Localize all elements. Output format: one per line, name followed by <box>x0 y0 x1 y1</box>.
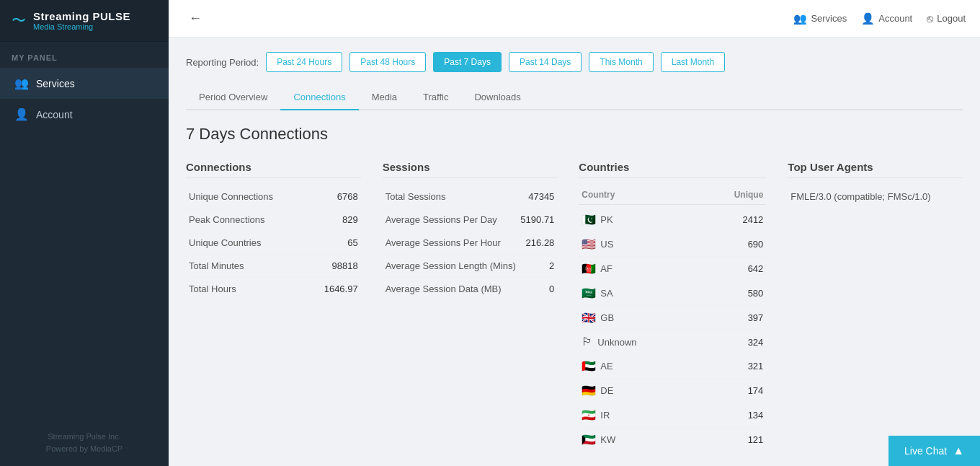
country-col-label: Country <box>582 190 615 200</box>
sidebar-logo-title: Streaming PULSE <box>33 10 130 22</box>
country-flag: 🇮🇷 <box>582 408 596 422</box>
country-flag: 🇺🇸 <box>582 237 596 251</box>
sidebar-footer-line2: Powered by MediaCP <box>12 443 157 456</box>
stat-value: 98818 <box>332 260 358 271</box>
country-left: 🇵🇰PK <box>582 213 612 227</box>
tab-connections[interactable]: Connections <box>280 85 358 110</box>
session-row: Average Session Data (MB)0 <box>383 278 558 300</box>
period-48h[interactable]: Past 48 Hours <box>349 52 426 72</box>
country-unique: 642 <box>748 263 764 274</box>
country-code: AE <box>600 361 612 372</box>
country-unique: 321 <box>748 361 764 372</box>
countries-title: Countries <box>579 161 766 178</box>
topbar-account-label: Account <box>878 13 912 24</box>
stat-label: Average Sessions Per Day <box>386 214 497 225</box>
connection-row: Unique Connections6768 <box>186 185 361 208</box>
stat-value: 6768 <box>337 191 358 202</box>
topbar-services-label: Services <box>811 13 847 24</box>
stat-label: Total Minutes <box>189 260 244 271</box>
country-row: 🇸🇦SA580 <box>579 281 766 306</box>
country-unique: 2412 <box>742 214 763 225</box>
services-icon: 👥 <box>14 76 29 90</box>
period-last-month[interactable]: Last Month <box>661 52 725 72</box>
country-left: 🇬🇧GB <box>582 311 614 325</box>
countries-section: Countries Country Unique 🇵🇰PK2412🇺🇸US690… <box>579 161 766 452</box>
sidebar-logo-subtitle: Media Streaming <box>33 22 130 31</box>
period-7d[interactable]: Past 7 Days <box>433 52 502 72</box>
session-row: Average Sessions Per Day5190.71 <box>383 208 558 232</box>
topbar: ← 👥 Services 👤 Account ⎋ Logout <box>169 0 980 38</box>
session-row: Average Session Length (Mins)2 <box>383 255 558 278</box>
chevron-up-icon: ▲ <box>953 444 964 457</box>
country-code: Unknown <box>597 337 636 348</box>
sidebar-footer: Streaming Pulse Inc. Powered by MediaCP <box>0 421 169 466</box>
country-left: 🇦🇫AF <box>582 262 612 276</box>
country-unique: 134 <box>748 410 764 421</box>
stat-value: 5190.71 <box>520 214 554 225</box>
country-row: 🇺🇸US690 <box>579 232 766 257</box>
country-row: 🇬🇧GB397 <box>579 306 766 330</box>
country-unique: 690 <box>748 239 764 250</box>
stat-label: Average Session Data (MB) <box>386 283 502 294</box>
sidebar-item-account[interactable]: 👤 Account <box>0 99 169 130</box>
topbar-logout-icon: ⎋ <box>927 12 933 25</box>
logo-icon: 〜 <box>12 11 26 30</box>
country-flag: 🇵🇰 <box>582 213 596 227</box>
country-flag: 🇩🇪 <box>582 384 596 397</box>
country-flag: 🇦🇪 <box>582 359 596 373</box>
tab-downloads[interactable]: Downloads <box>461 85 533 110</box>
topbar-account-icon: 👤 <box>861 12 875 25</box>
country-left: 🇰🇼KW <box>582 433 615 447</box>
countries-rows: 🇵🇰PK2412🇺🇸US690🇦🇫AF642🇸🇦SA580🇬🇧GB397🏳Unk… <box>579 208 766 452</box>
back-button[interactable]: ← <box>183 8 208 29</box>
agent-row: FMLE/3.0 (compatible; FMSc/1.0) <box>788 185 963 208</box>
country-code: US <box>600 239 613 250</box>
country-left: 🇩🇪DE <box>582 384 613 397</box>
country-flag: 🇸🇦 <box>582 286 596 300</box>
country-row: 🇮🇷IR134 <box>579 403 766 428</box>
stat-label: Peak Connections <box>189 214 265 225</box>
period-14d[interactable]: Past 14 Days <box>509 52 582 72</box>
tab-period-overview[interactable]: Period Overview <box>186 85 280 110</box>
country-left: 🇸🇦SA <box>582 286 612 300</box>
connection-row: Unique Countries65 <box>186 232 361 255</box>
topbar-account-link[interactable]: 👤 Account <box>861 12 912 25</box>
topbar-logout-link[interactable]: ⎋ Logout <box>927 12 966 25</box>
connections-section: Connections Unique Connections6768Peak C… <box>186 161 361 452</box>
stat-label: Unique Connections <box>189 191 273 202</box>
country-left: 🏳Unknown <box>582 335 636 348</box>
topbar-services-link[interactable]: 👥 Services <box>793 12 847 25</box>
period-this-month[interactable]: This Month <box>589 52 653 72</box>
live-chat-button[interactable]: Live Chat ▲ <box>888 436 980 466</box>
unique-col-label: Unique <box>734 190 764 200</box>
stat-label: Average Session Length (Mins) <box>386 260 516 271</box>
tab-media[interactable]: Media <box>359 85 410 110</box>
stat-label: Total Sessions <box>386 191 446 202</box>
country-code: IR <box>600 410 610 421</box>
sidebar-item-services-label: Services <box>36 78 75 89</box>
sidebar-panel-label: MY PANEL <box>0 42 169 68</box>
country-code: KW <box>600 434 615 445</box>
country-code: PK <box>600 214 612 225</box>
sessions-section: Sessions Total Sessions47345Average Sess… <box>383 161 558 452</box>
country-left: 🇮🇷IR <box>582 408 610 422</box>
country-row: 🏳Unknown324 <box>579 330 766 354</box>
sidebar-footer-line1: Streaming Pulse Inc. <box>12 431 157 444</box>
stats-grid: Connections Unique Connections6768Peak C… <box>186 161 963 452</box>
top-agents-title: Top User Agents <box>788 161 963 178</box>
country-flag: 🏳 <box>582 335 593 348</box>
country-row: 🇦🇪AE321 <box>579 354 766 379</box>
sidebar-item-services[interactable]: 👥 Services <box>0 68 169 99</box>
page-title: 7 Days Connections <box>186 125 963 144</box>
country-flag: 🇦🇫 <box>582 262 596 276</box>
country-left: 🇦🇪AE <box>582 359 612 373</box>
stat-value: 2 <box>549 260 554 271</box>
tab-traffic[interactable]: Traffic <box>410 85 461 110</box>
period-24h[interactable]: Past 24 Hours <box>266 52 342 72</box>
sidebar-item-account-label: Account <box>36 109 73 120</box>
live-chat-label: Live Chat <box>904 445 947 457</box>
topbar-logout-label: Logout <box>937 13 966 24</box>
topbar-services-icon: 👥 <box>793 12 807 25</box>
sessions-title: Sessions <box>383 161 558 178</box>
stat-value: 65 <box>347 237 357 248</box>
